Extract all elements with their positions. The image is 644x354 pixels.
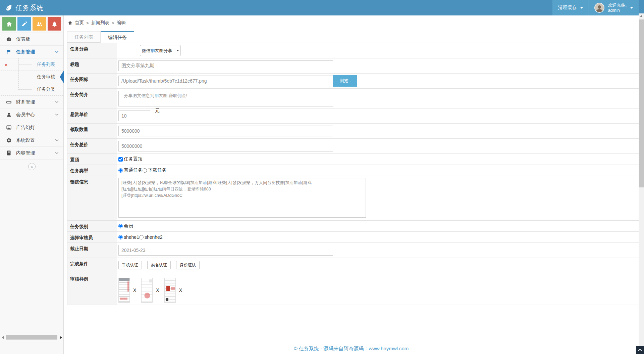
quantity-input[interactable] [118, 126, 333, 136]
vertical-scrollbar[interactable] [639, 13, 644, 354]
tab-edit-task[interactable]: 编辑任务 [101, 31, 134, 43]
level-member-label: 会员 [124, 223, 133, 229]
chevron-down-icon [55, 51, 59, 53]
clear-cache-label: 清理缓存 [558, 5, 577, 11]
pinned-option: 任务置顶 [118, 154, 639, 165]
sidebar-collapse-button[interactable]: « [28, 163, 36, 170]
sample-image-2[interactable] [141, 278, 153, 303]
username: admin [608, 8, 627, 13]
summary-textarea[interactable]: 分享图文信息到朋友圈,赚取佣金! [118, 91, 333, 106]
total-input[interactable] [118, 141, 333, 151]
sidebar-item-ad-slides[interactable]: 广告幻灯 [0, 121, 63, 134]
users-shortcut-button[interactable] [33, 17, 46, 31]
category-select[interactable]: 微信朋友圈分享 [140, 45, 181, 56]
sidebar-item-dashboard[interactable]: 仪表板 [0, 33, 63, 46]
type-download-radio[interactable] [143, 168, 147, 173]
form-row-quantity: 领取数量 [67, 124, 639, 139]
condition-phone-button[interactable]: 手机认证 [118, 261, 142, 269]
app-title: 任务系统 [15, 3, 44, 12]
reviewer1-radio[interactable] [118, 235, 123, 239]
person-icon [595, 4, 604, 12]
horizontal-scrollbar-thumb[interactable] [6, 335, 57, 340]
sample-image-3[interactable] [164, 278, 176, 303]
breadcrumb-separator: > [112, 20, 114, 26]
bell-icon [51, 21, 58, 27]
field-label: 任务简介 [67, 89, 117, 108]
field-label: 任务分类 [67, 43, 117, 58]
breadcrumb-level2[interactable]: 新闻列表 [91, 20, 109, 26]
remove-sample-3-link[interactable]: X [179, 287, 182, 293]
pinned-checkbox[interactable] [118, 157, 123, 162]
sidebar-horizontal-scrollbar[interactable] [0, 335, 64, 340]
image-icon [6, 125, 12, 130]
field-label: 任务级别 [67, 221, 117, 231]
sidebar-item-member-center[interactable]: 会员中心 [0, 108, 63, 121]
browse-button[interactable]: 浏览.. [333, 75, 357, 87]
title-input[interactable] [118, 60, 333, 71]
sidebar-menu: 仪表板 任务管理 » 任务列表 任务审核 任务分类 [0, 33, 63, 160]
app-brand[interactable]: 任务系统 [0, 0, 44, 15]
field-label: 任务图标 [67, 74, 117, 88]
sidebar-item-task-list[interactable]: » 任务列表 [0, 58, 63, 71]
sidebar-item-task-management[interactable]: 任务管理 [0, 46, 63, 58]
sidebar-item-system-settings[interactable]: 系统设置 [0, 134, 63, 147]
user-dropdown[interactable]: 欢迎光临, admin [589, 0, 639, 15]
clear-cache-dropdown[interactable]: 清理缓存 [552, 0, 589, 15]
reviewer2-radio[interactable] [139, 235, 144, 239]
home-icon [6, 21, 12, 27]
form-row-deadline: 截止日期 [67, 243, 639, 258]
price-input[interactable] [118, 110, 150, 121]
reviewer2-label: shenhe2 [145, 234, 163, 240]
form-row-summary: 任务简介 分享图文信息到朋友圈,赚取佣金! [67, 89, 639, 108]
scroll-left-arrow-icon[interactable] [2, 336, 4, 339]
sample-image-1[interactable] [118, 278, 130, 303]
form-row-type: 任务类型 普通任务 下载任务 [67, 165, 639, 176]
condition-realname-button[interactable]: 实名认证 [147, 261, 171, 269]
gear-icon [6, 137, 12, 143]
form-row-samples: 审核样例 X X X [67, 273, 639, 305]
edit-shortcut-button[interactable] [17, 17, 31, 31]
field-label: 选择审核员 [67, 232, 117, 242]
form-row-total: 任务总价 [67, 139, 639, 154]
sidebar-item-label: 广告幻灯 [16, 125, 35, 131]
main-content: 首页 > 新闻列表 > 编辑 任务列表 编辑任务 任务分类 微信朋友圈分享 标题 [64, 15, 639, 354]
vertical-scrollbar-thumb[interactable] [639, 19, 644, 187]
sidebar-item-task-review[interactable]: 任务审核 [0, 71, 63, 83]
tab-task-list[interactable]: 任务列表 [67, 31, 101, 43]
level-member-radio[interactable] [118, 224, 123, 228]
type-download-label: 下载任务 [148, 167, 167, 173]
user-icon [6, 112, 12, 118]
home-shortcut-button[interactable] [2, 17, 16, 31]
icon-path-input[interactable] [118, 76, 333, 86]
form-row-category: 任务分类 微信朋友圈分享 [67, 43, 639, 58]
field-label: 截止日期 [67, 243, 117, 258]
remove-sample-2-link[interactable]: X [156, 287, 159, 293]
scroll-up-arrow-icon[interactable] [639, 13, 644, 19]
breadcrumb-home[interactable]: 首页 [75, 20, 84, 26]
scroll-right-arrow-icon[interactable] [60, 336, 62, 339]
field-label: 置顶 [67, 154, 117, 165]
back-to-top-button[interactable] [636, 346, 644, 354]
sidebar-item-label: 财务管理 [16, 99, 35, 105]
pinned-option-label: 任务置顶 [124, 156, 143, 162]
remove-sample-1-link[interactable]: X [133, 287, 136, 293]
sidebar-item-finance[interactable]: 财务管理 [0, 96, 63, 108]
notifications-shortcut-button[interactable] [48, 17, 61, 31]
edit-task-form: 任务分类 微信朋友圈分享 标题 任务图标 浏览.. 任务简介 [67, 43, 639, 305]
links-textarea[interactable]: [旺柴]大[發]发娱樂，风靡全球的旗牌[加油加油]游戏[旺柴]大[發]发娱樂，万… [118, 178, 366, 218]
field-label: 领取数量 [67, 124, 117, 138]
home-icon [68, 20, 72, 25]
breadcrumb-level3: 编辑 [117, 20, 126, 26]
users-icon [36, 21, 43, 27]
flag-icon [6, 49, 12, 55]
breadcrumb-separator: > [86, 20, 89, 26]
type-normal-radio[interactable] [118, 168, 123, 173]
task-management-submenu: » 任务列表 任务审核 任务分类 [0, 58, 63, 96]
deadline-input[interactable] [118, 245, 333, 256]
price-unit: 元 [155, 108, 160, 114]
condition-idcard-button[interactable]: 身份证认 [176, 261, 200, 269]
sidebar-item-content-management[interactable]: 内容管理 [0, 147, 63, 160]
form-row-title: 标题 [67, 58, 639, 74]
app-header: 任务系统 清理缓存 欢迎光临, admin [0, 0, 644, 15]
sidebar-item-task-category[interactable]: 任务分类 [0, 83, 63, 96]
